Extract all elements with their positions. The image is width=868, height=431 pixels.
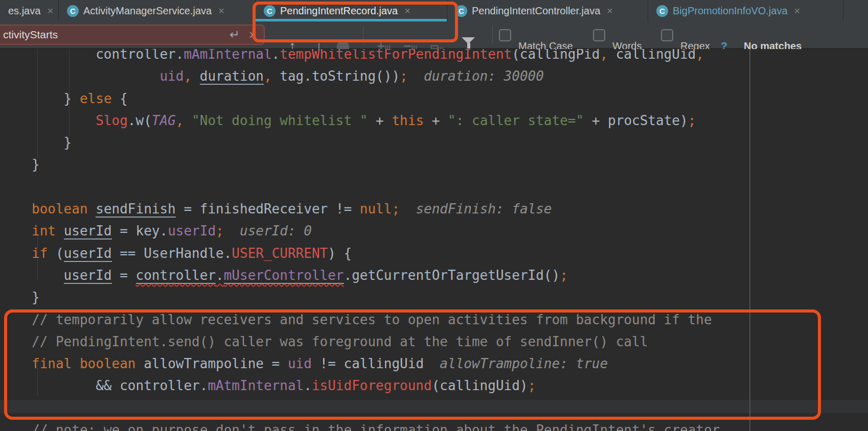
close-tab-icon[interactable]: ×	[404, 6, 410, 16]
tab-es-java[interactable]: es.java×	[0, 0, 59, 21]
code-line[interactable]: if (userId == UserHandle.USER_CURRENT) {	[0, 243, 868, 265]
close-tab-icon[interactable]: ×	[47, 6, 53, 16]
code-line-caret[interactable]	[0, 397, 868, 419]
code-token: final	[32, 356, 72, 371]
code-token: TAG	[152, 113, 176, 128]
code-token: ,	[176, 113, 184, 128]
code-line[interactable]: uid, duration, tag.toString()); duration…	[0, 65, 868, 87]
debugger-inline-hint: duration: 30000	[408, 68, 544, 84]
code-token	[56, 223, 64, 238]
close-tab-icon[interactable]: ×	[794, 6, 801, 16]
tab-activitymanagerservice-java[interactable]: CActivityManagerService.java×	[59, 0, 256, 21]
code-token: }	[64, 91, 80, 106]
tab-pendingintentcontroller-java[interactable]: CPendingIntentController.java×	[447, 0, 648, 21]
code-token: mUserController	[224, 268, 344, 284]
code-token: .w(	[128, 113, 152, 128]
code-token: .	[272, 49, 280, 62]
tab-pendingintentrecord-java[interactable]: CPendingIntentRecord.java×	[256, 0, 447, 21]
code-token: if	[32, 246, 48, 261]
code-token: mAmInternal	[184, 49, 271, 62]
code-token: (	[48, 246, 63, 261]
close-tab-icon[interactable]: ×	[607, 6, 613, 16]
code-token: == UserHandle.	[112, 246, 232, 261]
code-token: ;	[560, 268, 568, 283]
code-token: ;	[528, 378, 536, 393]
code-token: "Not doing whitelist "	[192, 113, 368, 128]
code-line[interactable]: } else {	[0, 88, 868, 110]
toolbar-separator	[492, 26, 493, 44]
code-line[interactable]: && controller.mAtmInternal.isUidForegrou…	[0, 375, 868, 397]
code-token: // note: we on purpose don't pass in the…	[32, 422, 728, 431]
code-line[interactable]: // note: we on purpose don't pass in the…	[0, 419, 868, 431]
class-icon: C	[455, 5, 467, 17]
tab-label: es.java	[8, 5, 40, 17]
code-token: allowTrampoline =	[136, 356, 288, 371]
code-token: ;	[400, 68, 408, 84]
newline-icon[interactable]: ↵	[230, 28, 240, 42]
checkbox-match-case[interactable]	[499, 29, 511, 41]
code-token: boolean	[80, 356, 136, 371]
code-token: uid	[288, 356, 312, 371]
code-token: tempWhitelistForPendingIntent	[280, 49, 512, 62]
code-token: != callingUid	[312, 356, 424, 371]
code-token: sendFinish	[96, 201, 176, 218]
ide-window: es.java×CActivityManagerService.java×CPe…	[0, 0, 868, 431]
code-token: userId	[64, 246, 112, 262]
clear-search-icon[interactable]: ×	[249, 27, 257, 43]
debugger-inline-hint: allowTrampoline: true	[424, 356, 608, 371]
code-token: .getCurrentOrTargetUserId()	[344, 268, 560, 283]
code-editor[interactable]: controller.mAmInternal.tempWhitelistForP…	[0, 49, 868, 431]
code-token: null	[360, 201, 392, 217]
class-icon: C	[264, 5, 276, 17]
code-token: }	[32, 157, 40, 172]
code-lines: controller.mAmInternal.tempWhitelistForP…	[0, 49, 868, 431]
search-input[interactable]: ctivityStarts ↵ ×	[0, 25, 265, 45]
code-line[interactable]: }	[0, 154, 868, 176]
code-line[interactable]: userId = controller.mUserController.getC…	[0, 265, 868, 286]
tab-bigpromotioninfovo-java[interactable]: CBigPromotionInfoVO.java×	[648, 0, 843, 21]
code-line[interactable]: // temporarily allow receivers and servi…	[0, 309, 868, 331]
code-line[interactable]: // PendingIntent.send() caller was foreg…	[0, 331, 868, 353]
code-token: callingUid	[608, 49, 696, 62]
code-token: // temporarily allow receivers and servi…	[32, 312, 712, 327]
code-token: +	[424, 113, 448, 128]
code-line[interactable]: Slog.w(TAG, "Not doing whitelist " + thi…	[0, 110, 868, 132]
close-tab-icon[interactable]: ×	[218, 6, 224, 16]
code-line[interactable]: }	[0, 286, 868, 308]
code-token	[192, 68, 200, 84]
toolbar-separator	[363, 26, 363, 44]
checkbox-words[interactable]	[593, 29, 605, 41]
checkbox-regex[interactable]	[661, 29, 673, 41]
code-token: int	[32, 223, 56, 238]
code-token: ;	[688, 113, 696, 128]
code-line[interactable]: boolean sendFinish = finishedReceiver !=…	[0, 198, 868, 220]
code-token: duration	[200, 68, 264, 85]
class-icon: C	[67, 5, 79, 17]
code-line[interactable]: }	[0, 132, 868, 154]
code-token: userId	[64, 223, 112, 240]
code-line[interactable]: final boolean allowTrampoline = uid != c…	[0, 353, 868, 375]
code-token: && controller.	[96, 378, 208, 393]
code-token: ,	[184, 68, 192, 84]
code-line[interactable]: int userId = key.userId; userId: 0	[0, 220, 868, 242]
code-token: }	[64, 135, 72, 150]
debugger-inline-hint: sendFinish: false	[400, 201, 552, 217]
code-token: ,	[600, 49, 608, 62]
code-line[interactable]: controller.mAmInternal.tempWhitelistForP…	[0, 49, 868, 65]
find-bar: ctivityStarts ↵ × ↑ ↓ + − ▭ ? No matches…	[0, 21, 868, 49]
code-token: ": caller state="	[448, 113, 584, 128]
code-token	[184, 113, 192, 128]
code-token: mAtmInternal	[208, 378, 304, 393]
code-token: +	[368, 113, 392, 128]
code-token: .	[216, 268, 224, 283]
code-token: (callingUid)	[432, 378, 528, 393]
code-token: // PendingIntent.send() caller was foreg…	[32, 334, 648, 349]
code-token: ;	[216, 223, 224, 238]
code-token: userId	[64, 268, 112, 284]
tab-label: ActivityManagerService.java	[83, 5, 212, 17]
code-token: =	[112, 268, 136, 283]
tab-label: PendingIntentRecord.java	[280, 5, 398, 17]
code-token: .	[304, 378, 312, 393]
code-line[interactable]	[0, 176, 868, 198]
code-token: Slog	[96, 113, 128, 128]
